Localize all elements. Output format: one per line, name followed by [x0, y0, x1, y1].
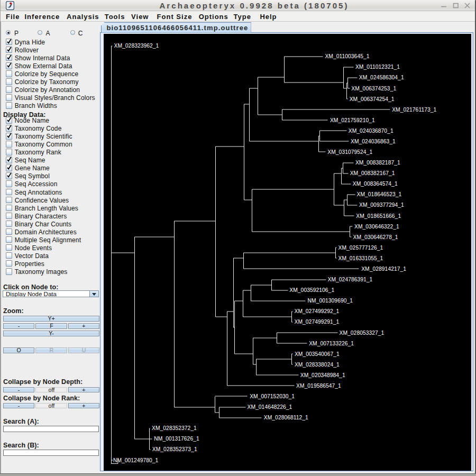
svg-text:XM_028068112_1: XM_028068112_1 [264, 415, 308, 420]
svg-text:XM_028323962_1: XM_028323962_1 [114, 43, 159, 49]
svg-text:XM_018651666_1: XM_018651666_1 [356, 213, 401, 218]
svg-text:XM_030646322_1: XM_030646322_1 [354, 223, 399, 229]
svg-text:XM_008364574_1: XM_008364574_1 [353, 181, 398, 187]
svg-text:XM_031079524_1: XM_031079524_1 [328, 149, 373, 155]
svg-text:XM_019586547_1: XM_019586547_1 [296, 382, 341, 388]
svg-text:XM_011012321_1: XM_011012321_1 [355, 64, 400, 70]
svg-text:NM_001317626_1: NM_001317626_1 [154, 436, 200, 442]
svg-text:XM_025777126_1: XM_025777126_1 [338, 244, 383, 250]
svg-text:XM_007152030_1: XM_007152030_1 [250, 393, 295, 399]
svg-text:XM_030646278_1: XM_030646278_1 [353, 234, 398, 240]
svg-text:XM_028338024_1: XM_028338024_1 [295, 361, 340, 367]
svg-text:XM_007133226_1: XM_007133226_1 [309, 340, 354, 346]
svg-text:XM_028053327_1: XM_028053327_1 [340, 329, 385, 335]
svg-text:XM_006374253_1: XM_006374253_1 [352, 85, 397, 91]
svg-text:XM_021761173_1: XM_021761173_1 [392, 106, 436, 112]
svg-text:XM_028352372_1: XM_028352372_1 [152, 425, 197, 431]
svg-text:XM_024786391_1: XM_024786391_1 [328, 277, 373, 282]
svg-text:NM_001309690_1: NM_001309690_1 [308, 298, 353, 304]
svg-text:XM_011003645_1: XM_011003645_1 [325, 53, 370, 59]
svg-text:XM_028352373_1: XM_028352373_1 [152, 446, 197, 452]
svg-text:XM_003540067_1: XM_003540067_1 [295, 351, 340, 356]
svg-text:XM_016331055_1: XM_016331055_1 [338, 255, 383, 261]
svg-text:XM_021759210_1: XM_021759210_1 [330, 117, 375, 123]
svg-text:XM_006374254_1: XM_006374254_1 [350, 96, 395, 102]
svg-text:XM_028914217_1: XM_028914217_1 [361, 266, 406, 272]
svg-text:XM_020348984_1: XM_020348984_1 [300, 372, 345, 378]
svg-text:NM_001249780_1: NM_001249780_1 [113, 457, 159, 463]
svg-text:XM_027499292_1: XM_027499292_1 [295, 308, 340, 314]
svg-text:XM_008382167_1: XM_008382167_1 [350, 170, 395, 176]
svg-text:XM_014648226_1: XM_014648226_1 [248, 404, 292, 410]
svg-text:XM_027499291_1: XM_027499291_1 [295, 319, 340, 325]
svg-text:XM_009377294_1: XM_009377294_1 [359, 202, 404, 208]
svg-text:XM_024036863_1: XM_024036863_1 [351, 138, 396, 144]
svg-text:XM_018646523_1: XM_018646523_1 [357, 191, 402, 197]
svg-text:XM_024036870_1: XM_024036870_1 [349, 127, 393, 133]
svg-text:XM_008382187_1: XM_008382187_1 [355, 160, 400, 166]
svg-text:XM_024586304_1: XM_024586304_1 [359, 75, 404, 80]
svg-text:XM_003592106_1: XM_003592106_1 [290, 287, 335, 293]
